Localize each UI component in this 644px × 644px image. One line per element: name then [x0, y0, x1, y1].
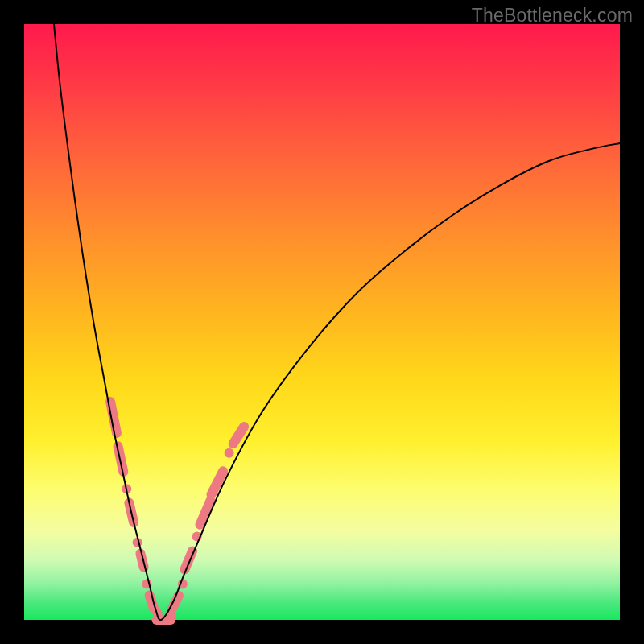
chart-overlay: [24, 24, 620, 620]
curve-marker-capsule: [112, 440, 129, 477]
curve-marker-dot: [225, 448, 234, 458]
curve-marker-capsule: [179, 545, 199, 576]
watermark-text: TheBottleneck.com: [472, 5, 633, 27]
outer-frame: TheBottleneck.com: [0, 0, 644, 644]
curve-marker-capsule: [226, 420, 250, 451]
plot-area: [24, 24, 620, 620]
curve-marker-capsule: [134, 547, 150, 573]
bottleneck-curve: [54, 24, 620, 620]
